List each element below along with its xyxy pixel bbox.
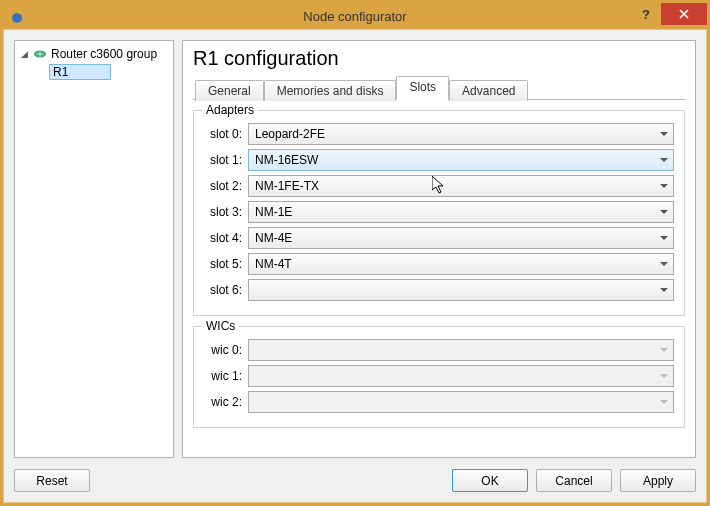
adapters-group: Adapters slot 0: Leopard-2FE slot 1: NM-… bbox=[193, 110, 685, 316]
wic1-label: wic 1: bbox=[204, 369, 248, 383]
slot5-combo[interactable]: NM-4T bbox=[248, 253, 674, 275]
help-button[interactable]: ? bbox=[631, 3, 661, 25]
slot5-label: slot 5: bbox=[204, 257, 248, 271]
wic2-label: wic 2: bbox=[204, 395, 248, 409]
tree-node-label: R1 bbox=[49, 64, 111, 80]
slot5-value: NM-4T bbox=[255, 257, 292, 271]
collapse-icon[interactable]: ◢ bbox=[19, 49, 29, 59]
wics-group: WICs wic 0: wic 1: wic 2: bbox=[193, 326, 685, 428]
dialog-buttons: Reset OK Cancel Apply bbox=[14, 469, 696, 492]
chevron-down-icon bbox=[660, 262, 668, 266]
chevron-down-icon bbox=[660, 132, 668, 136]
adapters-title: Adapters bbox=[202, 103, 258, 117]
titlebar[interactable]: Node configurator ? bbox=[3, 3, 707, 29]
wic0-label: wic 0: bbox=[204, 343, 248, 357]
slot2-row: slot 2: NM-1FE-TX bbox=[204, 175, 674, 197]
chevron-down-icon bbox=[660, 374, 668, 378]
slot4-combo[interactable]: NM-4E bbox=[248, 227, 674, 249]
close-button[interactable] bbox=[661, 3, 707, 25]
wic1-combo[interactable] bbox=[248, 365, 674, 387]
main-panel: R1 configuration General Memories and di… bbox=[182, 40, 696, 458]
wic1-row: wic 1: bbox=[204, 365, 674, 387]
cancel-button[interactable]: Cancel bbox=[536, 469, 612, 492]
slot2-label: slot 2: bbox=[204, 179, 248, 193]
slot1-value: NM-16ESW bbox=[255, 153, 318, 167]
chevron-down-icon bbox=[660, 184, 668, 188]
slot1-row: slot 1: NM-16ESW bbox=[204, 149, 674, 171]
slot1-combo[interactable]: NM-16ESW bbox=[248, 149, 674, 171]
slot3-label: slot 3: bbox=[204, 205, 248, 219]
tab-slots[interactable]: Slots bbox=[396, 76, 449, 100]
chevron-down-icon bbox=[660, 288, 668, 292]
chevron-down-icon bbox=[660, 236, 668, 240]
window-title: Node configurator bbox=[303, 9, 406, 24]
wic0-combo[interactable] bbox=[248, 339, 674, 361]
tab-memories[interactable]: Memories and disks bbox=[264, 80, 397, 101]
slot3-value: NM-1E bbox=[255, 205, 292, 219]
slot0-value: Leopard-2FE bbox=[255, 127, 325, 141]
slot6-combo[interactable] bbox=[248, 279, 674, 301]
page-title: R1 configuration bbox=[193, 47, 685, 70]
tree-node-row[interactable]: R1 bbox=[17, 63, 171, 81]
wic2-row: wic 2: bbox=[204, 391, 674, 413]
app-icon bbox=[9, 8, 25, 24]
client-area: ◢ Router c3600 group R1 R1 configuration… bbox=[3, 29, 707, 503]
node-configurator-window: Node configurator ? ◢ Router c3600 group… bbox=[0, 0, 710, 506]
tabstrip: General Memories and disks Slots Advance… bbox=[193, 76, 685, 100]
tree-group-label: Router c3600 group bbox=[51, 47, 157, 61]
titlebar-controls: ? bbox=[631, 3, 707, 25]
wics-title: WICs bbox=[202, 319, 239, 333]
slot2-value: NM-1FE-TX bbox=[255, 179, 319, 193]
chevron-down-icon bbox=[660, 158, 668, 162]
slot6-label: slot 6: bbox=[204, 283, 248, 297]
slot5-row: slot 5: NM-4T bbox=[204, 253, 674, 275]
slot3-combo[interactable]: NM-1E bbox=[248, 201, 674, 223]
reset-button[interactable]: Reset bbox=[14, 469, 90, 492]
slot4-row: slot 4: NM-4E bbox=[204, 227, 674, 249]
slot4-label: slot 4: bbox=[204, 231, 248, 245]
tree-panel[interactable]: ◢ Router c3600 group R1 bbox=[14, 40, 174, 458]
slot6-row: slot 6: bbox=[204, 279, 674, 301]
wic0-row: wic 0: bbox=[204, 339, 674, 361]
slot0-combo[interactable]: Leopard-2FE bbox=[248, 123, 674, 145]
tree-group-row[interactable]: ◢ Router c3600 group bbox=[17, 45, 171, 63]
chevron-down-icon bbox=[660, 400, 668, 404]
slot0-row: slot 0: Leopard-2FE bbox=[204, 123, 674, 145]
svg-point-1 bbox=[18, 10, 22, 14]
slot4-value: NM-4E bbox=[255, 231, 292, 245]
chevron-down-icon bbox=[660, 210, 668, 214]
router-icon bbox=[33, 48, 47, 60]
slot0-label: slot 0: bbox=[204, 127, 248, 141]
slot3-row: slot 3: NM-1E bbox=[204, 201, 674, 223]
tab-general[interactable]: General bbox=[195, 80, 264, 101]
chevron-down-icon bbox=[660, 348, 668, 352]
wic2-combo[interactable] bbox=[248, 391, 674, 413]
svg-point-0 bbox=[12, 13, 22, 23]
tab-advanced[interactable]: Advanced bbox=[449, 80, 528, 101]
ok-button[interactable]: OK bbox=[452, 469, 528, 492]
slot1-label: slot 1: bbox=[204, 153, 248, 167]
slot2-combo[interactable]: NM-1FE-TX bbox=[248, 175, 674, 197]
apply-button[interactable]: Apply bbox=[620, 469, 696, 492]
